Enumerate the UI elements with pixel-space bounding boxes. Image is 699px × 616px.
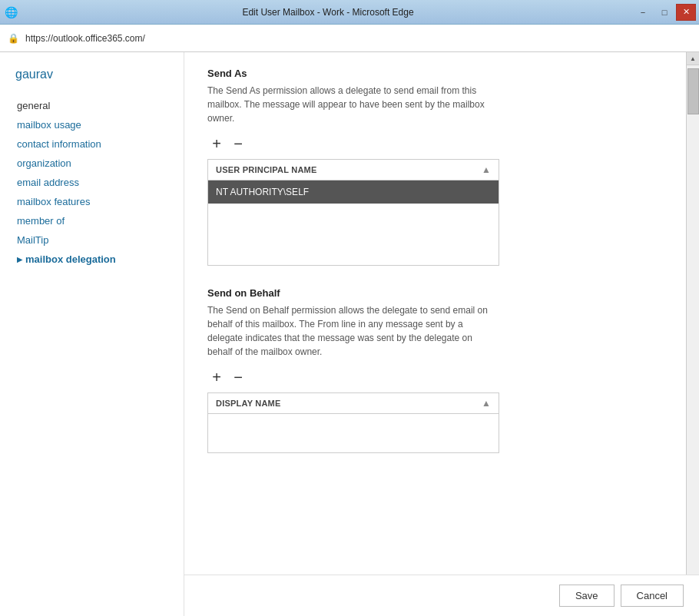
address-input[interactable]: [25, 33, 691, 44]
main-window: gaurav general mailbox usage contact inf…: [0, 52, 699, 616]
sidebar: gaurav general mailbox usage contact inf…: [0, 52, 184, 616]
save-button[interactable]: Save: [559, 585, 615, 607]
send-on-behalf-sort-icon[interactable]: ▲: [482, 398, 491, 409]
send-as-table-row-selected[interactable]: NT AUTHORITY\SELF: [208, 180, 499, 204]
send-on-behalf-table-body: [208, 414, 499, 452]
window-title: Edit User Mailbox - Work - Microsoft Edg…: [23, 7, 633, 18]
send-on-behalf-table: DISPLAY NAME ▲: [207, 392, 499, 453]
sidebar-item-contact-information[interactable]: contact information: [15, 135, 184, 153]
send-on-behalf-section: Send on Behalf The Send on Behalf permis…: [207, 287, 676, 453]
sidebar-nav: general mailbox usage contact informatio…: [15, 97, 184, 268]
send-as-table-header: USER PRINCIPAL NAME ▲: [208, 160, 499, 180]
send-on-behalf-remove-button[interactable]: −: [229, 368, 247, 386]
scrollbar-up-button[interactable]: ▲: [687, 52, 700, 65]
send-on-behalf-actions: + −: [207, 368, 676, 386]
send-as-description: The Send As permission allows a delegate…: [207, 84, 499, 125]
scrollbar-track: ▲ ▼: [686, 52, 699, 616]
sidebar-username: gaurav: [15, 68, 184, 81]
send-as-section: Send As The Send As permission allows a …: [207, 68, 676, 266]
sidebar-item-mailbox-features[interactable]: mailbox features: [15, 193, 184, 210]
window-controls: − □ ✕: [633, 4, 696, 21]
sidebar-item-mailtip[interactable]: MailTip: [15, 231, 184, 249]
send-as-column-label: USER PRINCIPAL NAME: [216, 165, 482, 174]
sidebar-item-mailbox-usage[interactable]: mailbox usage: [15, 116, 184, 134]
sidebar-item-mailbox-delegation[interactable]: mailbox delegation: [15, 250, 184, 268]
send-as-title: Send As: [207, 68, 676, 79]
send-on-behalf-add-button[interactable]: +: [207, 368, 226, 386]
footer: Save Cancel: [184, 575, 699, 616]
send-as-add-button[interactable]: +: [207, 134, 226, 153]
send-on-behalf-title: Send on Behalf: [207, 287, 676, 299]
send-as-remove-button[interactable]: −: [229, 134, 247, 153]
sidebar-item-email-address[interactable]: email address: [15, 174, 184, 191]
content-area: Send As The Send As permission allows a …: [184, 52, 699, 616]
send-on-behalf-description: The Send on Behalf permission allows the…: [207, 303, 499, 359]
sidebar-item-general[interactable]: general: [15, 97, 184, 114]
titlebar: 🌐 Edit User Mailbox - Work - Microsoft E…: [0, 0, 699, 25]
maximize-button[interactable]: □: [654, 4, 674, 21]
send-on-behalf-table-header: DISPLAY NAME ▲: [208, 393, 499, 414]
addressbar: 🔒: [0, 25, 699, 52]
send-on-behalf-column-label: DISPLAY NAME: [216, 399, 482, 408]
send-as-table-body: [208, 204, 499, 265]
minimize-button[interactable]: −: [633, 4, 653, 21]
browser-icon: 🌐: [3, 5, 18, 20]
sidebar-item-organization[interactable]: organization: [15, 154, 184, 172]
send-as-actions: + −: [207, 134, 676, 153]
sort-icon[interactable]: ▲: [482, 164, 491, 175]
scrollbar-thumb[interactable]: [687, 68, 699, 114]
lock-icon: 🔒: [8, 33, 19, 44]
close-button[interactable]: ✕: [676, 4, 696, 21]
cancel-button[interactable]: Cancel: [621, 585, 684, 607]
send-as-table: USER PRINCIPAL NAME ▲ NT AUTHORITY\SELF: [207, 159, 499, 266]
sidebar-item-member-of[interactable]: member of: [15, 212, 184, 230]
